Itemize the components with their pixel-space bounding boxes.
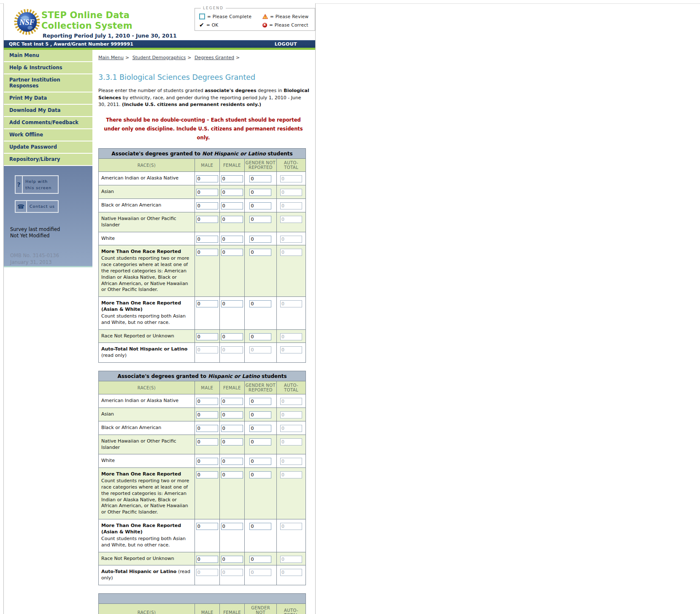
input-asian-male[interactable] <box>196 411 218 418</box>
input-cell <box>219 435 244 454</box>
input-cell <box>276 329 305 343</box>
input-cell <box>276 297 305 329</box>
breadcrumb-link-student-demographics[interactable]: Student Demographics <box>132 55 186 60</box>
sidebar-item-add-comments-feedback[interactable]: Add Comments/Feedback <box>4 117 92 128</box>
sidebar-item-help-instructions[interactable]: Help & Instructions <box>4 62 92 73</box>
user-bar: QRC Test Inst 5 , Award/Grant Number 999… <box>4 40 315 48</box>
logout-button[interactable]: LOGOUT <box>275 41 297 47</box>
input-race-not-reported-or-unknown-gender-not-reported[interactable] <box>249 556 271 563</box>
input-asian-female[interactable] <box>221 411 243 418</box>
input-black-or-african-american-male[interactable] <box>196 202 218 209</box>
input-black-or-african-american-gender-not-reported[interactable] <box>249 425 271 432</box>
input-cell <box>219 394 244 408</box>
input-american-indian-or-alaska-native-female[interactable] <box>221 175 243 182</box>
table-row: Asian <box>99 408 306 421</box>
input-more-than-one-race-reported-female[interactable] <box>221 249 243 256</box>
input-black-or-african-american-male[interactable] <box>196 425 218 432</box>
input-white-male[interactable] <box>196 458 218 465</box>
input-cell <box>195 297 219 329</box>
input-american-indian-or-alaska-native-female[interactable] <box>221 398 243 405</box>
sidebar-item-partner-institution-responses[interactable]: Partner Institution Responses <box>4 74 92 92</box>
row-label: More Than One Race Reported <box>101 471 181 477</box>
input-auto-total-hispanic-or-latino-male <box>196 569 218 576</box>
input-cell <box>276 552 305 565</box>
breadcrumb-link-main-menu[interactable]: Main Menu <box>98 55 124 60</box>
input-cell <box>195 245 219 297</box>
input-black-or-african-american-female[interactable] <box>221 425 243 432</box>
race-label-cell: White <box>99 454 195 468</box>
input-asian-male[interactable] <box>196 189 218 196</box>
help-button-label: Help with this screen <box>23 176 58 193</box>
contact-button-label: Contact us <box>27 201 57 212</box>
breadcrumb-link-degrees-granted[interactable]: Degrees Granted <box>195 55 234 60</box>
input-american-indian-or-alaska-native-gender-not-reported[interactable] <box>249 175 271 182</box>
input-native-hawaiian-or-other-pacific-islander-gender-not-reported[interactable] <box>249 216 271 223</box>
input-race-not-reported-or-unknown-gender-not-reported[interactable] <box>249 333 271 340</box>
sidebar-item-repository-library[interactable]: Repository/Library <box>4 154 92 165</box>
input-cell <box>195 454 219 468</box>
input-white-auto-total <box>280 236 302 243</box>
input-more-than-one-race-reported-asian-white-gender-not-reported[interactable] <box>249 523 271 530</box>
input-cell <box>195 468 219 519</box>
input-asian-gender-not-reported[interactable] <box>249 411 271 418</box>
sidebar-item-print-my-data[interactable]: Print My Data <box>4 92 92 104</box>
input-more-than-one-race-reported-asian-white-gender-not-reported[interactable] <box>249 300 271 307</box>
help-with-screen-button[interactable]: ? Help with this screen <box>15 175 59 194</box>
please-complete-square-icon <box>199 14 205 19</box>
input-american-indian-or-alaska-native-male[interactable] <box>196 175 218 182</box>
row-description: Count students reporting both Asian and … <box>101 313 192 326</box>
input-cell <box>195 394 219 408</box>
input-cell <box>244 297 276 329</box>
input-more-than-one-race-reported-asian-white-auto-total <box>280 300 302 307</box>
input-native-hawaiian-or-other-pacific-islander-male[interactable] <box>196 216 218 223</box>
input-native-hawaiian-or-other-pacific-islander-male[interactable] <box>196 438 218 446</box>
input-native-hawaiian-or-other-pacific-islander-female[interactable] <box>221 216 243 223</box>
input-asian-female[interactable] <box>221 189 243 196</box>
input-more-than-one-race-reported-male[interactable] <box>196 471 218 478</box>
input-more-than-one-race-reported-asian-white-female[interactable] <box>221 523 243 530</box>
input-more-than-one-race-reported-asian-white-female[interactable] <box>221 300 243 307</box>
input-cell <box>244 408 276 421</box>
input-white-female[interactable] <box>221 236 243 243</box>
input-white-gender-not-reported[interactable] <box>249 458 271 465</box>
input-more-than-one-race-reported-asian-white-male[interactable] <box>196 300 218 307</box>
input-native-hawaiian-or-other-pacific-islander-gender-not-reported[interactable] <box>249 438 271 446</box>
input-native-hawaiian-or-other-pacific-islander-auto-total <box>280 216 302 223</box>
input-race-not-reported-or-unknown-female[interactable] <box>221 556 243 563</box>
sidebar-item-main-menu[interactable]: Main Menu <box>4 50 92 61</box>
column-header-row: RACE(S)MALEFEMALEGENDER NOT REPORTEDAUTO… <box>99 159 306 172</box>
svg-text:NSF: NSF <box>19 18 35 27</box>
table-row: Black or African American <box>99 421 306 435</box>
input-more-than-one-race-reported-gender-not-reported[interactable] <box>249 471 271 478</box>
input-asian-gender-not-reported[interactable] <box>249 189 271 196</box>
column-header-female: FEMALE <box>219 381 244 394</box>
input-american-indian-or-alaska-native-gender-not-reported[interactable] <box>249 398 271 405</box>
input-more-than-one-race-reported-asian-white-male[interactable] <box>196 523 218 530</box>
input-race-not-reported-or-unknown-male[interactable] <box>196 333 218 340</box>
input-more-than-one-race-reported-gender-not-reported[interactable] <box>249 249 271 256</box>
input-cell <box>219 421 244 435</box>
input-more-than-one-race-reported-male[interactable] <box>196 249 218 256</box>
table-title-group: Not Hispanic or Latino <box>202 151 266 157</box>
row-label: American Indian or Alaska Native <box>101 175 178 181</box>
input-more-than-one-race-reported-female[interactable] <box>221 471 243 478</box>
sidebar-item-download-my-data[interactable]: Download My Data <box>4 105 92 116</box>
input-black-or-african-american-gender-not-reported[interactable] <box>249 202 271 209</box>
contact-us-button[interactable]: ☎ Contact us <box>15 200 59 212</box>
legend-item-label: = OK <box>206 22 219 27</box>
input-cell <box>244 172 276 185</box>
input-black-or-african-american-female[interactable] <box>221 202 243 209</box>
sidebar-item-update-password[interactable]: Update Password <box>4 141 92 153</box>
input-race-not-reported-or-unknown-male[interactable] <box>196 556 218 563</box>
input-race-not-reported-or-unknown-female[interactable] <box>221 333 243 340</box>
input-american-indian-or-alaska-native-male[interactable] <box>196 398 218 405</box>
sidebar-item-work-offline[interactable]: Work Offline <box>4 129 92 141</box>
input-white-female[interactable] <box>221 458 243 465</box>
input-white-gender-not-reported[interactable] <box>249 236 271 243</box>
input-white-male[interactable] <box>196 236 218 243</box>
table-row: American Indian or Alaska Native <box>99 394 306 408</box>
input-cell <box>195 343 219 363</box>
input-native-hawaiian-or-other-pacific-islander-female[interactable] <box>221 438 243 446</box>
table-row: White <box>99 454 306 468</box>
table-row: More Than One Race ReportedCount student… <box>99 245 306 297</box>
